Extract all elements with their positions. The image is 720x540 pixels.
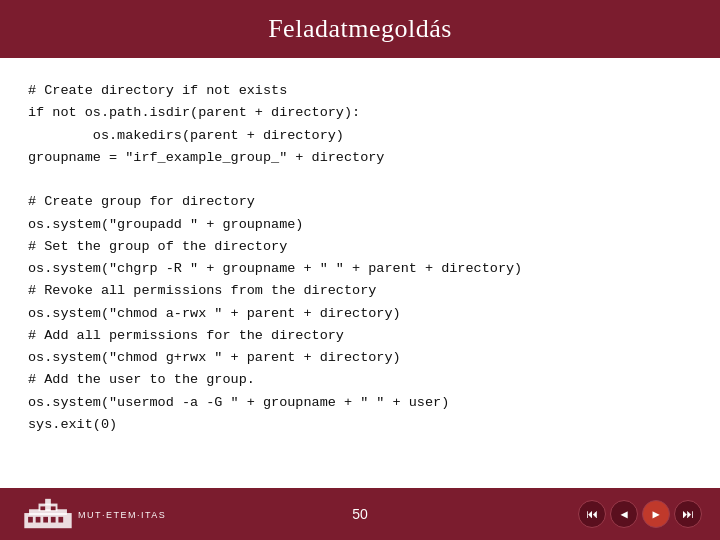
- nav-last-button[interactable]: ⏭: [674, 500, 702, 528]
- svg-rect-9: [40, 506, 45, 510]
- slide-title: Feladatmegoldás: [268, 14, 452, 43]
- svg-rect-7: [51, 517, 56, 523]
- code-block: # Create directory if not exists if not …: [28, 80, 692, 436]
- footer-navigation[interactable]: ⏮ ◀ ▶ ⏭: [578, 500, 702, 528]
- footer-logo: MUT·ETEM·ITAS: [18, 496, 166, 532]
- svg-rect-5: [36, 517, 41, 523]
- slide-footer: MUT·ETEM·ITAS 50 ⏮ ◀ ▶ ⏭: [0, 488, 720, 540]
- svg-rect-4: [28, 517, 33, 523]
- nav-prev-button[interactable]: ◀: [610, 500, 638, 528]
- page-number: 50: [352, 506, 368, 522]
- slide: Feladatmegoldás # Create directory if no…: [0, 0, 720, 540]
- slide-header: Feladatmegoldás: [0, 0, 720, 58]
- nav-next-button[interactable]: ▶: [642, 500, 670, 528]
- svg-rect-10: [51, 506, 56, 510]
- university-logo-icon: [18, 496, 78, 532]
- slide-content: # Create directory if not exists if not …: [0, 58, 720, 488]
- svg-rect-8: [58, 517, 63, 523]
- svg-rect-3: [45, 499, 51, 506]
- svg-rect-6: [43, 517, 48, 523]
- logo-text: MUT·ETEM·ITAS: [78, 508, 166, 520]
- footer-inner: MUT·ETEM·ITAS 50 ⏮ ◀ ▶ ⏭: [18, 496, 702, 532]
- nav-first-button[interactable]: ⏮: [578, 500, 606, 528]
